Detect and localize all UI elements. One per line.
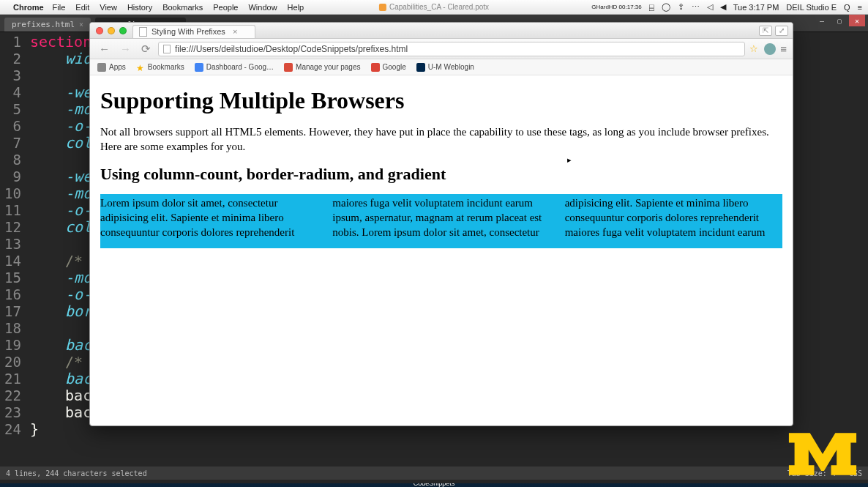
editor-window-controls: — ▢ ✕ [814,15,865,29]
window-zoom-button[interactable] [119,27,127,34]
profile-icon[interactable] [764,43,776,55]
bookmark-star-icon[interactable]: ☆ [749,43,758,54]
menubar-spotlight-icon[interactable]: Q [844,3,850,12]
editor-max-button[interactable]: ▢ [831,15,848,26]
window-grow-buttons: ⇱ ⤢ [759,26,788,36]
bkm-um[interactable]: U-M Weblogin [416,63,474,72]
window-button[interactable]: ⤢ [775,26,788,36]
chrome-titlebar[interactable]: Styling With Prefixes × ⇱ ⤢ [90,23,793,39]
menubar-user[interactable]: DEIL Studio E [786,3,837,12]
browser-tab-title: Styling With Prefixes [151,27,225,36]
page-icon [163,45,171,53]
page-h2: Using column-count, border-radium, and g… [100,165,782,184]
bkm-bookmarks[interactable]: ★Bookmarks [136,63,184,72]
menubar-shield-icon[interactable]: ◯ [662,2,670,12]
bookmarks-bar: Apps ★Bookmarks Dashboard - Goog… Manage… [90,59,793,75]
menubar-app[interactable]: Chrome [13,3,44,12]
editor-min-button[interactable]: — [814,15,830,26]
background-window-title: Capabilities_CA - Cleared.potx [379,3,489,11]
lorem-text: Lorem ipsum dolor sit amet, consectetur … [100,196,782,247]
menubar-notif-icon[interactable]: ≡ [858,3,862,12]
page-intro: Not all browsers support all HTML5 eleme… [100,124,782,155]
status-selection: 4 lines, 244 characters selected [6,469,147,477]
bkm-manage[interactable]: Manage your pages [284,63,360,72]
window-button[interactable]: ⇱ [759,26,772,36]
address-bar[interactable]: file:///Users/deilstudioe/Desktop/CodeSn… [158,42,745,56]
chrome-menu-icon[interactable]: ≡ [780,42,787,55]
nav-back-button[interactable]: ← [96,42,113,55]
tab-close-icon[interactable]: × [233,27,237,36]
menubar-wifi-icon[interactable]: ⇪ [678,2,684,12]
menu-window[interactable]: Window [248,3,277,12]
editor-tab-prefixes-html[interactable]: prefixes.html× [4,18,91,31]
menubar-clock[interactable]: Tue 3:17 PM [733,3,779,12]
browser-tab-active[interactable]: Styling With Prefixes × [132,25,255,38]
menu-people[interactable]: People [213,3,238,12]
menubar-bt-icon[interactable]: ⋯ [692,2,700,12]
column-demo-box: Lorem ipsum dolor sit amet, consectetur … [100,194,782,248]
page-content: Supporting Multiple Browsers Not all bro… [90,75,793,260]
close-icon[interactable]: × [79,21,83,29]
mac-menubar: Chrome File Edit View History Bookmarks … [0,0,868,15]
menubar-battery[interactable]: GHardHD 00:17:36 [591,4,641,10]
menubar-play-icon[interactable]: ◀ [720,2,726,12]
menu-help[interactable]: Help [288,3,304,12]
window-minimize-button[interactable] [108,27,115,34]
menu-history[interactable]: History [127,3,152,12]
menubar-dropbox-icon[interactable]: ⌸ [649,3,654,12]
chrome-toolbar: ← → ⟳ file:///Users/deilstudioe/Desktop/… [90,39,793,59]
menu-bookmarks[interactable]: Bookmarks [162,3,203,12]
mouse-cursor [567,152,573,158]
editor-close-button[interactable]: ✕ [849,15,865,26]
line-gutter: 123456789101112131415161718192021222324 [0,32,27,439]
window-traffic-lights [96,27,127,34]
menu-view[interactable]: View [100,3,117,12]
menu-file[interactable]: File [53,3,66,12]
bkm-google[interactable]: Google [371,63,406,72]
window-close-button[interactable] [96,27,103,34]
page-h1: Supporting Multiple Browsers [100,87,782,114]
bkm-apps[interactable]: Apps [97,63,126,72]
menu-edit[interactable]: Edit [75,3,89,12]
nav-reload-button[interactable]: ⟳ [138,42,154,56]
menubar-vol-icon[interactable]: ◁ [707,2,713,12]
page-icon [139,27,147,37]
address-url: file:///Users/deilstudioe/Desktop/CodeSn… [175,44,408,54]
bkm-dashboard[interactable]: Dashboard - Goog… [195,63,274,72]
chrome-window: Styling With Prefixes × ⇱ ⤢ ← → ⟳ file:/… [89,22,793,426]
nav-forward-button[interactable]: → [117,42,134,55]
michigan-m-logo [787,430,858,480]
editor-statusbar: 4 lines, 244 characters selected Tab Siz… [0,466,868,480]
